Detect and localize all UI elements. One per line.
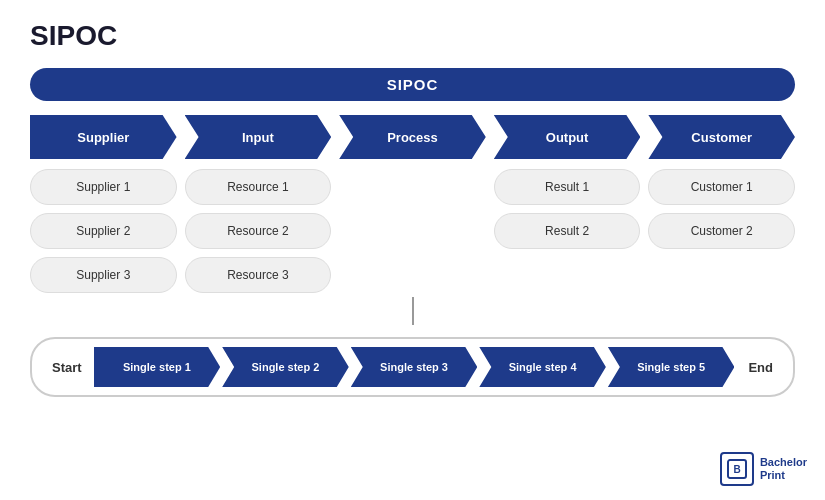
header-supplier: Supplier <box>30 115 177 159</box>
logo-line1: Bachelor <box>760 456 807 469</box>
supplier-1: Supplier 1 <box>30 169 177 205</box>
logo-line2: Print <box>760 469 807 482</box>
output-2: Result 2 <box>494 213 641 249</box>
output-1: Result 1 <box>494 169 641 205</box>
svg-text:B: B <box>733 464 740 475</box>
logo-area: B Bachelor Print <box>720 452 807 486</box>
customer-2: Customer 2 <box>648 213 795 249</box>
customer-column: Customer 1 Customer 2 <box>648 169 795 293</box>
flow-end: End <box>742 360 779 375</box>
logo-text: Bachelor Print <box>760 456 807 482</box>
input-column: Resource 1 Resource 2 Resource 3 <box>185 169 332 293</box>
page-title: SIPOC <box>30 20 795 52</box>
flow-step-3: Single step 3 <box>351 347 478 387</box>
header-customer: Customer <box>648 115 795 159</box>
supplier-2: Supplier 2 <box>30 213 177 249</box>
header-output: Output <box>494 115 641 159</box>
logo-svg: B <box>726 458 748 480</box>
supplier-3: Supplier 3 <box>30 257 177 293</box>
customer-1: Customer 1 <box>648 169 795 205</box>
flow-step-1: Single step 1 <box>94 347 221 387</box>
flow-step-4: Single step 4 <box>479 347 606 387</box>
flow-section: Start Single step 1 Single step 2 Single… <box>30 337 795 397</box>
page: SIPOC SIPOC Supplier Input Process Outpu… <box>0 0 825 500</box>
data-rows: Supplier 1 Supplier 2 Supplier 3 Resourc… <box>30 169 795 293</box>
vertical-connector <box>412 297 414 325</box>
process-column <box>339 169 486 293</box>
supplier-column: Supplier 1 Supplier 2 Supplier 3 <box>30 169 177 293</box>
flow-start: Start <box>46 360 88 375</box>
flow-step-5: Single step 5 <box>608 347 735 387</box>
output-column: Result 1 Result 2 <box>494 169 641 293</box>
header-input: Input <box>185 115 332 159</box>
input-1: Resource 1 <box>185 169 332 205</box>
input-3: Resource 3 <box>185 257 332 293</box>
input-2: Resource 2 <box>185 213 332 249</box>
flow-step-2: Single step 2 <box>222 347 349 387</box>
logo-icon: B <box>720 452 754 486</box>
headers-row: Supplier Input Process Output Customer <box>30 115 795 159</box>
header-process: Process <box>339 115 486 159</box>
sipoc-banner: SIPOC <box>30 68 795 101</box>
